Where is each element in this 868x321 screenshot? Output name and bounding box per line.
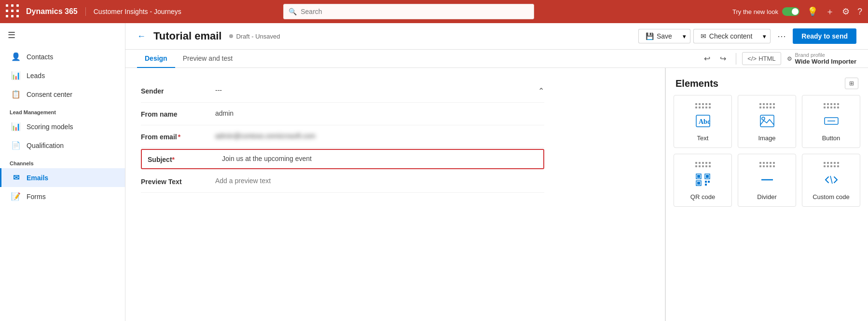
elements-header: Elements ⊞ bbox=[666, 68, 868, 95]
brand-profile-value: Wide World Importer bbox=[795, 58, 856, 65]
element-card-button[interactable]: Button bbox=[802, 95, 860, 148]
check-content-label: Check content bbox=[709, 32, 753, 40]
save-label: Save bbox=[657, 32, 672, 40]
app-name: Customer Insights - Journeys bbox=[92, 8, 181, 15]
app-grid-icon[interactable] bbox=[6, 4, 20, 19]
tab-preview-label: Preview and test bbox=[183, 54, 233, 62]
save-button[interactable]: 💾 Save bbox=[638, 29, 679, 43]
sidebar-item-label: Leads bbox=[27, 72, 45, 80]
check-content-caret[interactable]: ▾ bbox=[759, 29, 771, 43]
draft-badge: Draft - Unsaved bbox=[229, 33, 280, 40]
collapse-btn[interactable]: ⌃ bbox=[538, 86, 544, 95]
elements-panel: Elements ⊞ Abc bbox=[665, 68, 868, 321]
email-icon: ✉ bbox=[11, 173, 21, 182]
sidebar-hamburger[interactable]: ☰ bbox=[0, 23, 125, 47]
record-header: ← Tutorial email Draft - Unsaved 💾 Save … bbox=[125, 23, 868, 50]
element-card-qr[interactable]: QR code bbox=[674, 154, 732, 207]
check-content-btn-group: ✉ Check content ▾ bbox=[693, 29, 771, 43]
record-title: Tutorial email bbox=[153, 30, 221, 42]
sidebar-item-forms[interactable]: 📝 Forms bbox=[0, 187, 125, 206]
qr-element-icon bbox=[695, 173, 711, 189]
text-label: Text bbox=[697, 134, 709, 142]
sidebar-item-label: Emails bbox=[27, 174, 48, 182]
save-caret-icon: ▾ bbox=[683, 33, 686, 40]
text-element-icon: Abc bbox=[695, 114, 711, 131]
search-input[interactable] bbox=[301, 8, 529, 15]
leads-icon: 📊 bbox=[11, 71, 21, 80]
brand-profile[interactable]: ⚙ Brand profile Wide World Importer bbox=[787, 52, 856, 65]
qr-label: QR code bbox=[690, 193, 715, 201]
custom-code-dots bbox=[824, 162, 839, 167]
preview-text-value[interactable] bbox=[215, 177, 544, 185]
sidebar-item-label: Consent center bbox=[27, 91, 72, 98]
element-card-custom-code[interactable]: Custom code bbox=[802, 154, 860, 207]
settings-icon[interactable]: ⚙ bbox=[842, 6, 850, 17]
sidebar-item-qualification[interactable]: 📄 Qualification bbox=[0, 136, 125, 155]
image-label: Image bbox=[758, 134, 775, 142]
element-card-divider[interactable]: Divider bbox=[738, 154, 796, 207]
help-icon[interactable]: ? bbox=[857, 7, 862, 17]
elements-grid: Abc Text bbox=[666, 95, 868, 214]
sidebar-item-contacts[interactable]: 👤 Contacts bbox=[0, 47, 125, 66]
scoring-icon: 📊 bbox=[11, 122, 21, 131]
sidebar-item-label: Scoring models bbox=[27, 123, 73, 131]
lead-management-header: Lead Management bbox=[0, 104, 125, 117]
sidebar-item-label: Forms bbox=[27, 193, 46, 201]
subject-label: Subject* bbox=[148, 155, 210, 163]
search-bar[interactable]: 🔍 bbox=[283, 4, 534, 19]
save-caret[interactable]: ▾ bbox=[679, 29, 690, 43]
from-email-value[interactable]: admin@contoso.onmicrosoft.com bbox=[215, 132, 544, 140]
preview-text-label: Preview Text bbox=[141, 177, 204, 186]
html-button[interactable]: </> HTML bbox=[742, 52, 781, 65]
tab-preview[interactable]: Preview and test bbox=[175, 50, 241, 68]
forms-icon: 📝 bbox=[11, 192, 21, 201]
elements-view-button[interactable]: ⊞ bbox=[845, 78, 858, 89]
element-card-text[interactable]: Abc Text bbox=[674, 95, 732, 148]
new-look-toggle[interactable] bbox=[782, 7, 799, 16]
more-button[interactable]: ⋯ bbox=[773, 28, 790, 44]
try-new-look-label: Try the new look bbox=[732, 8, 778, 15]
svg-point-3 bbox=[762, 117, 765, 120]
search-icon: 🔍 bbox=[289, 8, 297, 15]
divider-label: Divider bbox=[757, 193, 776, 201]
form-inner: Sender --- ⌃ From name From email bbox=[125, 68, 560, 204]
content-area: Sender --- ⌃ From name From email bbox=[125, 68, 868, 321]
brand-profile-info: Brand profile Wide World Importer bbox=[795, 52, 856, 65]
sidebar-item-consent-center[interactable]: 📋 Consent center bbox=[0, 85, 125, 104]
sidebar-item-leads[interactable]: 📊 Leads bbox=[0, 66, 125, 85]
tabs-right-actions: ↩ ↪ </> HTML ⚙ Brand profile Wide World … bbox=[700, 52, 856, 66]
form-row-sender: Sender --- ⌃ bbox=[141, 80, 544, 103]
top-actions: Try the new look 💡 ＋ ⚙ ? bbox=[732, 6, 862, 17]
header-actions: 💾 Save ▾ ✉ Check content ▾ bbox=[638, 28, 856, 44]
from-name-value[interactable] bbox=[215, 109, 544, 117]
check-caret-icon: ▾ bbox=[763, 33, 766, 40]
redo-button[interactable]: ↪ bbox=[716, 52, 730, 66]
button-label: Button bbox=[822, 134, 840, 142]
tab-design[interactable]: Design bbox=[137, 50, 175, 68]
save-btn-group: 💾 Save ▾ bbox=[638, 29, 690, 43]
form-row-subject: Subject* bbox=[141, 149, 544, 169]
from-name-input[interactable] bbox=[215, 109, 544, 117]
svg-rect-12 bbox=[705, 181, 707, 183]
lightbulb-icon[interactable]: 💡 bbox=[807, 6, 818, 17]
qualification-icon: 📄 bbox=[11, 141, 21, 150]
consent-icon: 📋 bbox=[11, 90, 21, 99]
subject-value[interactable] bbox=[222, 155, 537, 162]
add-icon[interactable]: ＋ bbox=[826, 6, 834, 17]
svg-rect-2 bbox=[760, 115, 774, 127]
subject-input[interactable] bbox=[222, 155, 537, 162]
sidebar-item-emails[interactable]: ✉ Emails bbox=[0, 168, 125, 187]
check-content-button[interactable]: ✉ Check content bbox=[693, 29, 759, 43]
tabs-bar: Design Preview and test ↩ ↪ </> HTML ⚙ bbox=[125, 50, 868, 68]
html-icon: </> bbox=[747, 55, 757, 62]
channels-header: Channels bbox=[0, 155, 125, 168]
ready-to-send-button[interactable]: Ready to send bbox=[793, 28, 856, 44]
preview-text-input[interactable] bbox=[215, 177, 544, 185]
divider-dots bbox=[759, 162, 775, 167]
custom-code-label: Custom code bbox=[813, 193, 850, 201]
back-button[interactable]: ← bbox=[137, 31, 146, 41]
element-card-image[interactable]: Image bbox=[738, 95, 796, 148]
undo-button[interactable]: ↩ bbox=[700, 52, 714, 66]
html-label: HTML bbox=[758, 55, 775, 62]
sidebar-item-scoring-models[interactable]: 📊 Scoring models bbox=[0, 117, 125, 136]
